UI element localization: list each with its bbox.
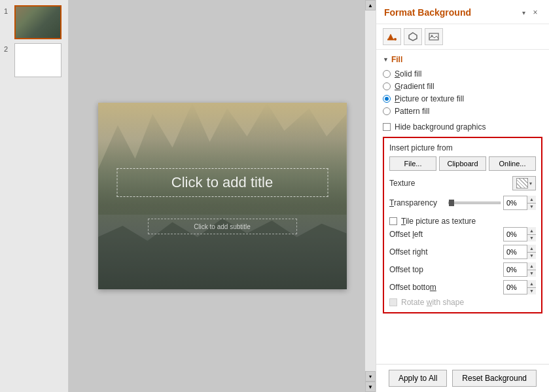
canvas-vertical-scrollbar[interactable]: ▲ ▾ ▼ bbox=[365, 0, 376, 392]
collapse-icon: ▼ bbox=[383, 56, 389, 63]
offset-left-decrement[interactable]: ▼ bbox=[527, 235, 536, 242]
format-background-panel: Format Background ▾ × bbox=[376, 0, 549, 392]
slide-thumbnail-panel: 1 2 bbox=[0, 0, 69, 392]
rotate-row: Rotate with shape bbox=[389, 298, 536, 307]
fill-section-title: Fill bbox=[391, 55, 402, 64]
slide-thumb-1[interactable] bbox=[14, 5, 62, 39]
scroll-down-button-mid[interactable]: ▾ bbox=[365, 371, 376, 382]
insert-buttons: File... Clipboard Online... bbox=[389, 156, 536, 171]
tile-option[interactable]: Tile picture as texture bbox=[389, 215, 536, 227]
scroll-up-button[interactable]: ▲ bbox=[365, 0, 376, 10]
insert-picture-title: Insert picture from bbox=[389, 143, 536, 152]
texture-dropdown-arrow[interactable]: ▾ bbox=[529, 181, 532, 187]
solid-fill-radio[interactable] bbox=[383, 70, 391, 78]
solid-fill-option[interactable]: Solid fill bbox=[383, 69, 542, 79]
panel-dropdown-button[interactable]: ▾ bbox=[521, 9, 527, 16]
offset-top-wrapper: ▲ ▼ bbox=[503, 262, 536, 277]
offset-left-row: Offset left ▲ ▼ bbox=[389, 227, 536, 241]
hide-bg-checkbox[interactable] bbox=[383, 123, 391, 131]
insert-picture-section: Insert picture from File... Clipboard On… bbox=[383, 137, 542, 313]
texture-selector[interactable]: ▾ bbox=[512, 176, 536, 190]
panel-footer: Apply to All Reset Background bbox=[376, 364, 549, 392]
pattern-fill-option[interactable]: Pattern fill bbox=[383, 107, 542, 116]
offset-bottom-decrement[interactable]: ▼ bbox=[527, 288, 536, 295]
panel-content: ▼ Fill Solid fill Gradient fill bbox=[376, 50, 549, 364]
tile-checkbox[interactable] bbox=[389, 217, 397, 225]
offset-bottom-row: Offset bottom ▲ ▼ bbox=[389, 280, 536, 294]
shape-tab-icon[interactable] bbox=[404, 28, 422, 45]
rotate-label: Rotate with shape bbox=[401, 298, 464, 307]
panel-header: Format Background ▾ × bbox=[376, 0, 549, 24]
transparency-input-wrapper: ▲ ▼ bbox=[503, 196, 536, 210]
slide-thumb-2[interactable] bbox=[14, 43, 62, 77]
fill-tab-icon[interactable] bbox=[383, 28, 401, 45]
offset-left-wrapper: ▲ ▼ bbox=[503, 227, 536, 241]
picture-fill-radio[interactable] bbox=[383, 95, 391, 103]
hide-bg-option[interactable]: Hide background graphics bbox=[383, 121, 542, 133]
pattern-fill-label: Pattern fill bbox=[395, 107, 429, 116]
gradient-fill-option[interactable]: Gradient fill bbox=[383, 82, 542, 91]
transparency-increment[interactable]: ▲ bbox=[527, 196, 536, 204]
apply-to-all-button[interactable]: Apply to All bbox=[389, 370, 447, 387]
reset-background-button[interactable]: Reset Background bbox=[452, 370, 537, 387]
gradient-fill-label: Gradient fill bbox=[395, 82, 434, 91]
texture-icon bbox=[516, 178, 528, 188]
texture-row: Texture ▾ bbox=[389, 176, 536, 190]
clipboard-button[interactable]: Clipboard bbox=[439, 156, 486, 171]
file-button[interactable]: File... bbox=[389, 156, 436, 171]
picture-fill-option[interactable]: Picture or texture fill bbox=[383, 94, 542, 103]
offset-right-spinner: ▲ ▼ bbox=[527, 245, 536, 259]
solid-fill-label: Solid fill bbox=[395, 69, 421, 79]
hide-bg-label: Hide background graphics bbox=[395, 122, 486, 132]
offset-top-increment[interactable]: ▲ bbox=[527, 262, 536, 270]
picture-fill-label: Picture or texture fill bbox=[395, 94, 464, 103]
transparency-slider[interactable] bbox=[448, 202, 501, 204]
offset-right-wrapper: ▲ ▼ bbox=[503, 245, 536, 259]
slide-subtitle-box[interactable]: Click to add subtitle bbox=[148, 219, 297, 234]
slide-thumb-image-1 bbox=[16, 7, 60, 38]
offset-bottom-increment[interactable]: ▲ bbox=[527, 280, 536, 288]
slide-thumb-blank-2 bbox=[15, 44, 61, 77]
slider-container: ▲ ▼ bbox=[448, 196, 536, 210]
panel-tabs bbox=[376, 24, 549, 50]
slide-title-text: Click to add title bbox=[171, 174, 273, 190]
offset-left-spinner: ▲ ▼ bbox=[527, 227, 536, 241]
panel-header-icons: ▾ × bbox=[521, 7, 541, 18]
offset-right-decrement[interactable]: ▼ bbox=[527, 253, 536, 260]
fill-options: Solid fill Gradient fill Picture or text… bbox=[383, 67, 542, 121]
offset-right-row: Offset right ▲ ▼ bbox=[389, 245, 536, 259]
image-tab-icon[interactable] bbox=[425, 28, 443, 45]
slide-item-2[interactable]: 2 bbox=[4, 43, 64, 77]
offset-top-spinner: ▲ ▼ bbox=[527, 262, 536, 277]
offset-bottom-label: Offset bottom bbox=[389, 283, 436, 292]
transparency-row: Transparency ▲ ▼ bbox=[389, 196, 536, 210]
offset-right-increment[interactable]: ▲ bbox=[527, 245, 536, 253]
transparency-spinner: ▲ ▼ bbox=[527, 196, 536, 210]
texture-label: Texture bbox=[389, 179, 415, 188]
svg-point-1 bbox=[394, 38, 397, 41]
offset-top-row: Offset top ▲ ▼ bbox=[389, 262, 536, 277]
fill-section-header[interactable]: ▼ Fill bbox=[383, 50, 542, 67]
slide-title-box[interactable]: Click to add title bbox=[116, 168, 328, 197]
offset-right-label: Offset right bbox=[389, 247, 427, 257]
scroll-down-button[interactable]: ▼ bbox=[365, 382, 376, 392]
offset-top-label: Offset top bbox=[389, 265, 423, 274]
svg-marker-2 bbox=[409, 33, 417, 41]
scroll-track bbox=[365, 10, 376, 371]
panel-title: Format Background bbox=[384, 7, 471, 18]
slide-item-1[interactable]: 1 bbox=[4, 5, 64, 39]
transparency-decrement[interactable]: ▼ bbox=[527, 204, 536, 211]
rotate-checkbox[interactable] bbox=[389, 298, 397, 306]
pattern-fill-radio[interactable] bbox=[383, 107, 391, 115]
slide-canvas-area: Click to add title Click to add subtitle… bbox=[69, 0, 376, 392]
panel-close-button[interactable]: × bbox=[529, 7, 541, 18]
offset-left-increment[interactable]: ▲ bbox=[527, 227, 536, 235]
tile-label: Tile picture as texture bbox=[401, 217, 476, 226]
offset-top-decrement[interactable]: ▼ bbox=[527, 270, 536, 277]
gradient-fill-radio[interactable] bbox=[383, 82, 391, 90]
offset-bottom-spinner: ▲ ▼ bbox=[527, 280, 536, 294]
slide-number-1: 1 bbox=[4, 7, 12, 15]
slider-thumb[interactable] bbox=[449, 200, 454, 206]
slide-canvas[interactable]: Click to add title Click to add subtitle bbox=[98, 103, 347, 289]
online-button[interactable]: Online... bbox=[489, 156, 536, 171]
